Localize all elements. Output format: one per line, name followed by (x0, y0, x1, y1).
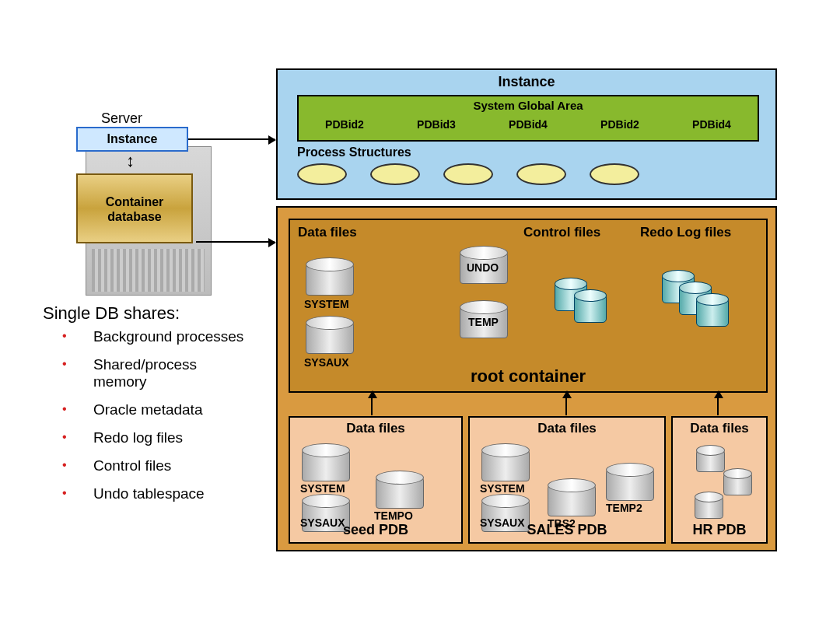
list-item: Oracle metadata (47, 396, 249, 424)
bidir-arrow-icon: ↕ (126, 151, 135, 171)
container-database-box: Container database (76, 173, 193, 243)
sga-item: PDBid2 (600, 118, 639, 131)
arrow-to-instance (187, 138, 275, 140)
hr-pdb-box: Data files HR PDB (671, 416, 768, 544)
sga-item: PDBid3 (417, 118, 456, 131)
datafile-cylinder-icon (723, 472, 752, 495)
datafile-cylinder-icon (548, 484, 596, 516)
datafile-cylinder-icon (306, 321, 354, 354)
root-container-box: Data files Control files Redo Log files … (289, 219, 768, 393)
process-ellipse (590, 163, 639, 185)
process-ellipse (516, 163, 566, 185)
cyl-label: TEMPO (374, 509, 413, 522)
list-item: Redo log files (47, 424, 249, 452)
datafile-cylinder-icon (306, 263, 354, 296)
list-item: Undo tablespace (47, 480, 249, 508)
datafile-cylinder-icon (606, 468, 654, 501)
cyl-label: UNDO (467, 261, 499, 274)
instance-title: Instance (278, 74, 775, 90)
arrow-up-icon (565, 392, 567, 415)
sga-item: PDBid4 (692, 118, 731, 131)
sga-item: PDBid2 (325, 118, 364, 131)
pdb-header: Data files (673, 421, 766, 436)
redolog-label: Redo Log files (640, 225, 731, 240)
arrow-up-icon (717, 392, 719, 415)
datafile-cylinder-icon (302, 449, 350, 481)
server-title: Server (101, 110, 142, 127)
server-vents (92, 249, 205, 292)
cyl-label: SYSTEM (480, 482, 525, 495)
pdb-header: Data files (290, 421, 461, 436)
list-item: Shared/process memory (47, 351, 249, 396)
cyl-label: SYSTEM (300, 482, 345, 495)
cyl-label: SYSAUX (480, 516, 525, 529)
controlfile-cylinder-icon (574, 294, 607, 323)
cyl-label: TEMP (468, 316, 499, 328)
process-ellipse (297, 163, 347, 185)
process-row (297, 163, 639, 185)
pdb-header: Data files (470, 421, 664, 436)
redolog-cylinder-icon (696, 298, 729, 327)
controlfiles-label: Control files (523, 225, 600, 240)
instance-panel: Instance System Global Area PDBid2 PDBid… (276, 68, 777, 200)
sga-item: PDBid4 (509, 118, 548, 131)
sga-box: System Global Area PDBid2 PDBid3 PDBid4 … (297, 95, 759, 142)
process-structures-label: Process Structures (297, 145, 411, 159)
seed-pdb-box: Data files SYSTEM SYSAUX TEMPO seed PDB (289, 416, 463, 544)
datafile-cylinder-icon (695, 495, 723, 519)
arrow-to-cdb (196, 241, 275, 243)
list-item: Background processes (47, 323, 249, 351)
datafile-cylinder-icon (481, 449, 530, 481)
datafiles-label: Data files (298, 225, 357, 240)
sga-title: System Global Area (299, 99, 758, 112)
shares-heading: Single DB shares: (43, 303, 180, 324)
shares-list: Background processes Shared/process memo… (47, 323, 249, 508)
server-instance-box: Instance (76, 127, 188, 152)
cyl-label: SYSTEM (304, 298, 349, 310)
arrow-up-icon (371, 392, 373, 415)
cyl-label: TEMP2 (606, 502, 642, 514)
sales-pdb-box: Data files SYSTEM SYSAUX TBS2 TEMP2 SALE… (468, 416, 666, 544)
process-ellipse (370, 163, 420, 185)
sga-row: PDBid2 PDBid3 PDBid4 PDBid2 PDBid4 (299, 118, 758, 131)
root-container-title: root container (290, 366, 766, 387)
process-ellipse (443, 163, 493, 185)
datafile-cylinder-icon (376, 476, 424, 509)
cyl-label: SYSAUX (300, 516, 345, 529)
pdb-title: HR PDB (673, 522, 766, 538)
list-item: Control files (47, 452, 249, 480)
datafile-cylinder-icon (696, 449, 725, 472)
cdb-panel: Data files Control files Redo Log files … (276, 206, 777, 551)
